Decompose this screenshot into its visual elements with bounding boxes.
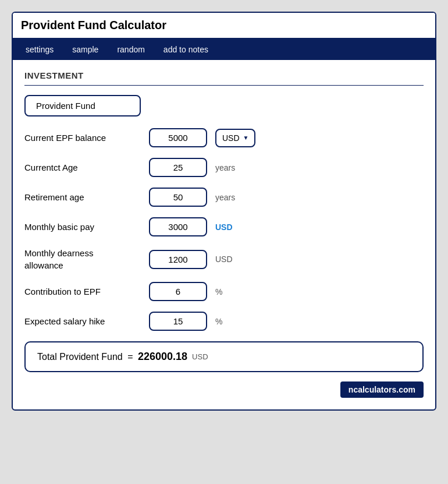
- result-equals: =: [125, 352, 136, 362]
- calculator-container: Provident Fund Calculator settings sampl…: [12, 12, 436, 411]
- epf-contribution-unit: %: [215, 287, 222, 296]
- title-bar: Provident Fund Calculator: [13, 13, 435, 39]
- current-age-input[interactable]: [149, 158, 207, 177]
- retirement-age-input[interactable]: [149, 188, 207, 207]
- basic-pay-input[interactable]: [149, 217, 207, 236]
- currency-label: USD: [222, 133, 240, 143]
- footer-branding: ncalculators.com: [24, 381, 424, 398]
- tab-sample[interactable]: sample: [63, 39, 108, 60]
- currency-dropdown[interactable]: USD: [215, 129, 255, 147]
- epf-balance-input[interactable]: [149, 128, 207, 147]
- retirement-age-label: Retirement age: [24, 192, 141, 202]
- field-row-dearness-allowance: Monthly dearnessallowance USD: [24, 247, 424, 271]
- field-row-epf-contribution: Contribution to EPF %: [24, 282, 424, 301]
- result-label: Total Provident Fund: [37, 352, 123, 362]
- calculator-title: Provident Fund Calculator: [21, 19, 166, 31]
- tab-settings[interactable]: settings: [16, 39, 63, 60]
- current-age-unit: years: [215, 163, 235, 172]
- salary-hike-unit: %: [215, 317, 222, 326]
- field-row-salary-hike: Expected salary hike %: [24, 312, 424, 331]
- dearness-allowance-unit: USD: [215, 255, 233, 264]
- field-row-epf-balance: Current EPF balance USD: [24, 128, 424, 147]
- retirement-age-unit: years: [215, 193, 235, 202]
- epf-contribution-input[interactable]: [149, 282, 207, 301]
- basic-pay-label: Monthly basic pay: [24, 222, 141, 232]
- epf-balance-label: Current EPF balance: [24, 133, 141, 143]
- field-row-basic-pay: Monthly basic pay USD: [24, 217, 424, 236]
- salary-hike-label: Expected salary hike: [24, 316, 141, 326]
- result-value: 226000.18: [138, 351, 187, 363]
- salary-hike-input[interactable]: [149, 312, 207, 331]
- field-row-current-age: Currentct Age years: [24, 158, 424, 177]
- dearness-allowance-input[interactable]: [149, 250, 207, 269]
- branding-badge: ncalculators.com: [340, 381, 424, 398]
- investment-type-label: Provident Fund: [24, 95, 141, 116]
- main-content: INVESTMENT Provident Fund Current EPF ba…: [13, 60, 435, 409]
- investment-section-header: INVESTMENT: [24, 70, 424, 86]
- field-row-retirement-age: Retirement age years: [24, 188, 424, 207]
- result-box: Total Provident Fund = 226000.18 USD: [24, 341, 424, 372]
- result-currency: USD: [192, 352, 208, 361]
- tab-random[interactable]: random: [108, 39, 154, 60]
- current-age-label: Currentct Age: [24, 162, 141, 172]
- basic-pay-unit: USD: [215, 222, 233, 232]
- epf-contribution-label: Contribution to EPF: [24, 287, 141, 296]
- tab-bar: settings sample random add to notes: [13, 39, 435, 60]
- tab-add-to-notes[interactable]: add to notes: [154, 39, 218, 60]
- dearness-allowance-label: Monthly dearnessallowance: [24, 247, 141, 271]
